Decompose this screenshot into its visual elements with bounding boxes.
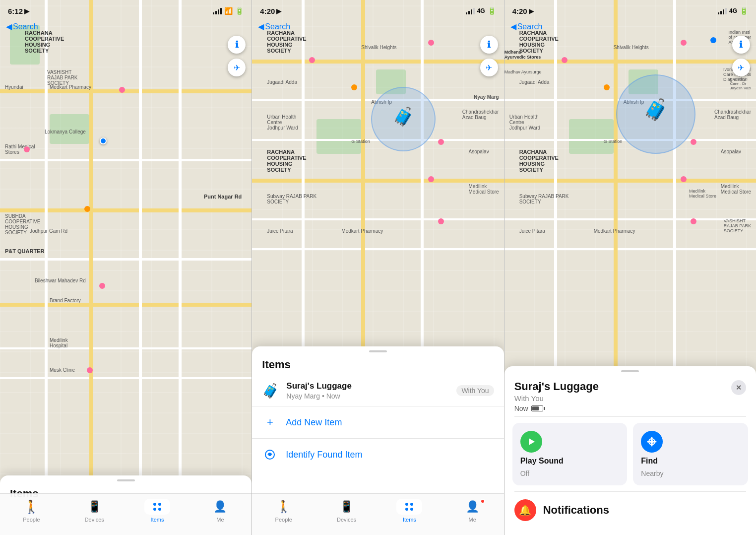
signal-bars-3	[718, 7, 727, 14]
tab-bar-1: 🚶 People 📱 Devices Items 👤 Me	[0, 493, 252, 535]
tab-devices-label-2: Devices	[337, 517, 356, 523]
play-sound-card[interactable]: Play Sound Off	[512, 423, 628, 485]
play-sound-sub: Off	[520, 469, 620, 477]
detail-with-you: With You	[514, 394, 599, 402]
panel-3: RACHANACOOPERATIVEHOUSINGSOCIETY Jugaadi…	[504, 0, 756, 535]
item-info-luggage: Suraj's Luggage Nyay Marg • Now	[286, 381, 456, 400]
svg-point-3	[158, 508, 161, 511]
notifications-icon: 🔔	[514, 499, 536, 521]
detail-header: Suraj's Luggage With You Now ✕	[504, 372, 756, 416]
detail-time: Now	[514, 404, 528, 412]
find-nearby-card[interactable]: Find Nearby	[633, 423, 748, 485]
time-display-3: 4:20 ▶	[512, 7, 534, 15]
detail-title-group: Suraj's Luggage With You Now	[514, 380, 599, 412]
detail-title: Suraj's Luggage	[514, 380, 599, 393]
identify-found-item-label: Identify Found Item	[286, 450, 362, 460]
add-new-item-row[interactable]: + Add New Item	[252, 406, 504, 439]
status-icons-3: 4G 🔋	[718, 7, 748, 15]
info-button-2[interactable]: ℹ	[480, 36, 498, 54]
notifications-title: Notifications	[543, 504, 609, 517]
svg-point-2	[153, 508, 156, 511]
tab-items-label-2: Items	[403, 517, 416, 523]
tab-people-2[interactable]: 🚶 People	[252, 499, 315, 523]
tab-people-label-1: People	[23, 517, 40, 523]
notifications-section: 🔔 Notifications	[504, 491, 756, 525]
find-nearby-icon	[641, 431, 663, 453]
tab-devices-1[interactable]: 📱 Devices	[63, 499, 126, 523]
item-name: Suraj's Luggage	[286, 381, 456, 391]
search-back-1[interactable]: ◀ Search	[6, 22, 38, 31]
item-row-luggage[interactable]: 🧳 Suraj's Luggage Nyay Marg • Now With Y…	[252, 375, 504, 406]
tab-me-2[interactable]: 👤 Me	[441, 499, 504, 523]
play-sound-title: Play Sound	[520, 457, 620, 466]
signal-strength-1	[213, 7, 222, 14]
wifi-icon-1: 📶	[224, 7, 233, 15]
close-button[interactable]: ✕	[731, 380, 746, 395]
user-location-dot	[100, 137, 107, 144]
items-grid-icon-1	[151, 501, 163, 513]
svg-point-8	[405, 508, 408, 511]
info-button-3[interactable]: ℹ	[732, 36, 750, 54]
action-grid: Play Sound Off Find Nearby	[504, 417, 756, 491]
status-bar-2: 4:20 ▶ 4G 🔋	[252, 0, 504, 22]
svg-marker-10	[529, 438, 535, 445]
tab-items-1[interactable]: Items	[126, 499, 189, 523]
status-bar-3: 4:20 ▶ 4G 🔋	[504, 0, 756, 22]
signal-bars-2	[466, 7, 475, 14]
tab-people-1[interactable]: 🚶 People	[0, 499, 63, 523]
tab-people-label-2: People	[275, 517, 292, 523]
play-sound-icon	[520, 431, 542, 453]
signal-label-2: 4G	[477, 7, 485, 14]
location-button-3[interactable]: ✈	[732, 59, 750, 76]
find-nearby-title: Find	[641, 457, 740, 466]
status-bar-1: 6:12 ▶ 📶 🔋	[0, 0, 252, 22]
svg-point-5	[269, 454, 271, 456]
identify-icon	[262, 447, 278, 463]
status-icons-1: 📶 🔋	[213, 7, 244, 15]
tab-devices-label-1: Devices	[85, 517, 104, 523]
panel-2: RACHANACOOPERATIVEHOUSINGSOCIETY Jugaadi…	[252, 0, 504, 535]
svg-point-7	[410, 503, 413, 506]
signal-label-3: 4G	[729, 7, 737, 14]
sheet-title-2: Items	[252, 352, 504, 375]
item-subtitle: Nyay Marg • Now	[286, 392, 456, 400]
svg-point-0	[153, 503, 156, 506]
item-icon-luggage: 🧳	[262, 383, 279, 399]
add-new-item-label: Add New Item	[286, 417, 342, 428]
time-display-2: 4:20 ▶	[260, 7, 281, 15]
luggage-icon-2: 🧳	[392, 106, 415, 127]
map-background-1: RACHANACOOPERATIVEHOUSINGSOCIETY VASHISH…	[0, 0, 252, 535]
items-grid-icon-2	[403, 501, 415, 513]
tab-me-label-1: Me	[216, 517, 224, 523]
tab-me-1[interactable]: 👤 Me	[189, 499, 252, 523]
svg-point-1	[158, 503, 161, 506]
panel-1: RACHANACOOPERATIVEHOUSINGSOCIETY VASHISH…	[0, 0, 252, 535]
location-button-2[interactable]: ✈	[480, 59, 498, 76]
find-nearby-sub: Nearby	[641, 469, 740, 477]
svg-point-6	[405, 503, 408, 506]
tab-items-2[interactable]: Items	[378, 499, 441, 523]
tab-me-label-2: Me	[469, 517, 476, 523]
tab-bar-2: 🚶 People 📱 Devices Items 👤 Me	[252, 493, 504, 535]
detail-status: Now	[514, 404, 599, 412]
battery-icon-1: 🔋	[235, 7, 244, 15]
search-back-3[interactable]: ◀ Search	[510, 22, 543, 31]
battery-icon-3: 🔋	[740, 7, 748, 15]
add-icon: +	[262, 414, 278, 430]
search-back-2[interactable]: ◀ Search	[258, 22, 290, 31]
detail-sheet: Suraj's Luggage With You Now ✕	[504, 366, 756, 535]
luggage-icon-3: 🧳	[643, 97, 669, 122]
battery-icon-2: 🔋	[488, 7, 496, 15]
time-display-1: 6:12 ▶	[8, 7, 29, 15]
status-icons-2: 4G 🔋	[466, 7, 496, 15]
svg-point-9	[410, 508, 413, 511]
item-badge: With You	[456, 385, 494, 396]
identify-found-item-row[interactable]: Identify Found Item	[252, 439, 504, 470]
me-badge	[480, 499, 485, 504]
tab-items-label-1: Items	[151, 517, 164, 523]
battery-indicator-detail	[531, 405, 543, 411]
tab-devices-2[interactable]: 📱 Devices	[315, 499, 378, 523]
